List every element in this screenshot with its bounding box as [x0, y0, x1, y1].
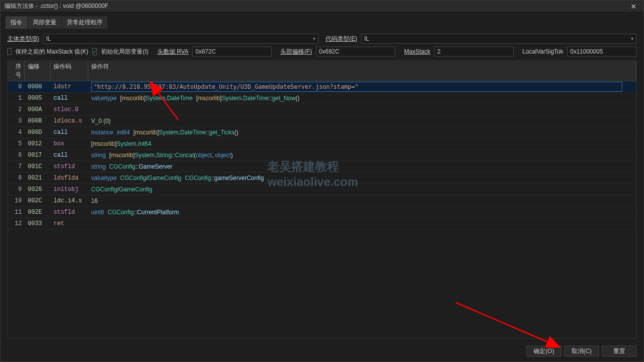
tab-异常处理程序[interactable]: 异常处理程序 — [62, 16, 107, 29]
cell-operand: V_0 (0) — [88, 117, 636, 126]
tab-指令[interactable]: 指令 — [5, 16, 27, 29]
col-index[interactable]: 序号 — [8, 61, 25, 81]
col-operand[interactable]: 操作符 — [88, 61, 636, 81]
cell-operand: instance int64 [mscorlib]System.DateTime… — [88, 128, 636, 137]
keep-maxstack-checkbox[interactable] — [7, 48, 11, 55]
table-row[interactable]: 10005callvaluetype [mscorlib]System.Date… — [8, 93, 636, 104]
cell-offset: 0021 — [25, 174, 51, 182]
cell-index: 2 — [8, 105, 25, 114]
cell-index: 5 — [8, 139, 25, 148]
table-row[interactable]: 11002Estsflduint8 CGConfig::CurrentPlatf… — [8, 207, 636, 218]
col-opcode[interactable]: 操作码 — [51, 61, 88, 81]
cell-opcode: ret — [51, 219, 88, 228]
cell-opcode: initobj — [51, 185, 88, 194]
localvarsigtok-label: LocalVarSigTok — [523, 48, 564, 55]
cell-operand: valuetype [mscorlib]System.DateTime [msc… — [88, 94, 636, 103]
table-row[interactable]: 2000Astloc.0 — [8, 104, 636, 116]
cell-operand: CGConfig/GameConfig — [88, 185, 636, 194]
table-row[interactable]: 120033ret — [8, 218, 636, 230]
cell-operand — [88, 223, 636, 225]
table-body: 00000ldstr10005callvaluetype [mscorlib]S… — [8, 81, 636, 338]
footer: 确定(O) 取消(C) 重置 — [0, 343, 644, 362]
cell-operand — [88, 109, 636, 111]
cell-operand: string CGConfig::GameServer — [88, 162, 636, 172]
table-row[interactable]: 7001Cstsfldstring CGConfig::GameServer — [8, 161, 636, 173]
col-offset[interactable]: 偏移 — [25, 61, 51, 81]
body-type-select[interactable]: IL▾ — [43, 34, 319, 44]
table-header: 序号 偏移 操作码 操作符 — [8, 61, 636, 81]
cell-offset: 0012 — [25, 139, 51, 148]
cell-offset: 000D — [25, 128, 51, 137]
table-row[interactable]: 50012box[mscorlib]System.Int64 — [8, 138, 636, 150]
cell-operand: 16 — [88, 196, 636, 206]
cell-index: 3 — [8, 117, 25, 125]
cell-offset: 0026 — [25, 185, 51, 194]
cell-index: 4 — [8, 128, 25, 137]
cell-opcode: call — [51, 151, 88, 160]
reset-button[interactable]: 重置 — [602, 346, 637, 357]
cell-opcode: stsfld — [51, 208, 88, 217]
code-type-label: 代码类型(E) — [325, 35, 357, 43]
operand-input[interactable] — [91, 82, 622, 92]
cell-offset: 002C — [25, 196, 51, 205]
cell-opcode: stloc.0 — [51, 105, 88, 114]
cell-index: 11 — [8, 208, 25, 217]
close-icon[interactable]: ✕ — [628, 2, 640, 10]
cell-index: 1 — [8, 94, 25, 103]
instruction-table: 序号 偏移 操作码 操作符 00000ldstr10005callvaluety… — [7, 60, 637, 339]
header-rva-input[interactable] — [192, 47, 271, 57]
cell-operand: string [mscorlib]System.String::Concat(o… — [88, 151, 636, 160]
table-row[interactable]: 60017callstring [mscorlib]System.String:… — [8, 150, 636, 161]
cell-opcode: ldsflda — [51, 174, 88, 182]
cell-offset: 002E — [25, 208, 51, 217]
code-type-select[interactable]: IL▾ — [361, 34, 637, 44]
cell-index: 10 — [8, 196, 25, 205]
table-row[interactable]: 80021ldsfldavaluetype CGConfig/GameConfi… — [8, 173, 636, 184]
tab-局部变量[interactable]: 局部变量 — [28, 16, 61, 29]
chevron-down-icon: ▾ — [631, 36, 634, 41]
maxstack-label: MaxStack — [404, 48, 430, 55]
init-locals-label: 初始化局部变量(I) — [101, 48, 148, 56]
cell-offset: 0017 — [25, 151, 51, 160]
header-offset-input[interactable] — [316, 47, 395, 57]
cell-opcode: call — [51, 128, 88, 137]
cell-index: 12 — [8, 219, 25, 228]
cell-index: 0 — [8, 82, 25, 91]
tabs: 指令局部变量异常处理程序 — [0, 12, 644, 29]
cell-operand: uint8 CGConfig::CurrentPlatform — [88, 208, 636, 217]
window-title: 编辑方法体 - .cctor() : void @0600000F — [4, 2, 108, 10]
localvarsigtok-input[interactable] — [567, 47, 637, 57]
keep-maxstack-label: 保持之前的 MaxStack 值(K) — [15, 48, 88, 56]
chevron-down-icon: ▾ — [313, 36, 316, 41]
table-row[interactable]: 10002Cldc.i4.s16 — [8, 195, 636, 207]
cell-opcode: ldstr — [51, 82, 88, 91]
cell-opcode: ldloca.s — [51, 117, 88, 125]
maxstack-input[interactable] — [434, 47, 514, 57]
cell-offset: 0005 — [25, 94, 51, 103]
form-area: 主体类型(B) IL▾ 代码类型(E) IL▾ 保持之前的 MaxStack 值… — [0, 29, 644, 60]
ok-button[interactable]: 确定(O) — [527, 346, 561, 357]
cell-operand — [88, 81, 636, 93]
table-row[interactable]: 90026initobjCGConfig/GameConfig — [8, 184, 636, 195]
cell-index: 9 — [8, 185, 25, 194]
cell-operand: valuetype CGConfig/GameConfig CGConfig::… — [88, 174, 636, 183]
cell-opcode: call — [51, 94, 88, 103]
cell-offset: 0033 — [25, 219, 51, 228]
cell-operand: [mscorlib]System.Int64 — [88, 139, 636, 149]
init-locals-checkbox[interactable]: ✓ — [92, 48, 97, 55]
table-row[interactable]: 3000Bldloca.sV_0 (0) — [8, 116, 636, 127]
cell-offset: 001C — [25, 162, 51, 171]
header-offset-label: 头部偏移(F) — [280, 48, 312, 56]
cell-offset: 0000 — [25, 82, 51, 91]
cell-opcode: ldc.i4.s — [51, 196, 88, 205]
titlebar: 编辑方法体 - .cctor() : void @0600000F ✕ — [0, 0, 644, 12]
table-row[interactable]: 4000Dcallinstance int64 [mscorlib]System… — [8, 127, 636, 138]
cell-index: 8 — [8, 174, 25, 182]
cell-index: 7 — [8, 162, 25, 171]
cancel-button[interactable]: 取消(C) — [564, 346, 599, 357]
header-rva-label: 头数据 RVA — [158, 48, 189, 56]
cell-opcode: stsfld — [51, 162, 88, 171]
table-row[interactable]: 00000ldstr — [8, 81, 636, 93]
body-type-label: 主体类型(B) — [7, 35, 39, 43]
cell-opcode: box — [51, 139, 88, 148]
